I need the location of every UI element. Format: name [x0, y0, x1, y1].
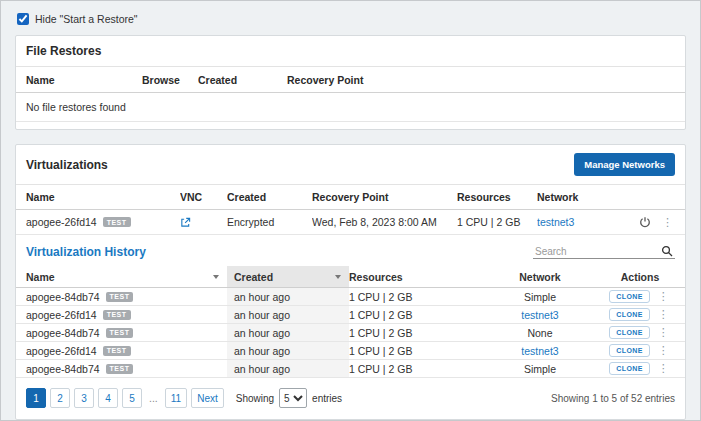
pagination-bar: 1 2 3 4 5 ... 11 Next Showing 5 entries …	[16, 378, 685, 419]
history-resources: 1 CPU | 2 GB	[349, 306, 475, 323]
vm-name: apogee-26fd14	[26, 309, 97, 321]
column-header-name: Name	[26, 185, 180, 209]
column-header-resources: Resources	[457, 185, 537, 209]
history-column-headers: Name Created Resources Network Actions	[16, 266, 685, 288]
history-network[interactable]: testnet3	[521, 309, 558, 321]
clone-button[interactable]: CLONE	[609, 308, 650, 321]
column-header-resources: Resources	[349, 266, 475, 287]
kebab-menu-icon[interactable]	[660, 217, 675, 228]
pagination-ellipsis: ...	[146, 392, 161, 404]
column-header-vnc: VNC	[180, 185, 227, 209]
column-header-created-label: Created	[234, 271, 273, 283]
search-input[interactable]	[535, 246, 661, 257]
test-badge: TEST	[106, 364, 134, 374]
history-created: an hour ago	[227, 306, 349, 323]
history-resources: 1 CPU | 2 GB	[349, 288, 475, 305]
column-header-created: Created	[198, 67, 287, 92]
page-size-select[interactable]: 5	[279, 388, 307, 408]
kebab-menu-icon[interactable]	[656, 309, 671, 320]
page-button-3[interactable]: 3	[74, 388, 94, 408]
virtualizations-card: Virtualizations Manage Networks Name VNC…	[15, 144, 686, 420]
history-created: an hour ago	[227, 324, 349, 341]
column-header-network: Network	[475, 266, 605, 287]
manage-networks-button[interactable]: Manage Networks	[574, 153, 675, 176]
vm-name: apogee-26fd14	[26, 216, 97, 228]
history-row: apogee-84db74 TEST an hour ago 1 CPU | 2…	[16, 324, 685, 342]
entries-label: entries	[312, 393, 342, 404]
history-table-body: apogee-84db74 TEST an hour ago 1 CPU | 2…	[16, 288, 685, 378]
page-button-11[interactable]: 11	[165, 388, 187, 408]
column-header-created[interactable]: Created	[227, 266, 349, 287]
test-badge: TEST	[103, 217, 131, 227]
power-icon[interactable]	[639, 216, 651, 228]
history-created: an hour ago	[227, 288, 349, 305]
file-restores-header: File Restores	[16, 36, 685, 67]
column-header-network: Network	[537, 185, 617, 209]
page-button-4[interactable]: 4	[98, 388, 118, 408]
test-badge: TEST	[106, 328, 134, 338]
kebab-menu-icon[interactable]	[656, 363, 671, 374]
vm-name: apogee-84db74	[26, 363, 100, 375]
search-box	[533, 244, 675, 259]
history-row: apogee-84db74 TEST an hour ago 1 CPU | 2…	[16, 288, 685, 306]
column-header-name[interactable]: Name	[26, 266, 227, 287]
column-header-created: Created	[227, 185, 312, 209]
page-button-5[interactable]: 5	[122, 388, 142, 408]
pagination-summary: Showing 1 to 5 of 52 entries	[551, 393, 675, 404]
history-network[interactable]: Simple	[524, 291, 556, 303]
clone-button[interactable]: CLONE	[609, 362, 650, 375]
file-restores-card: File Restores Name Browse Created Recove…	[15, 35, 686, 130]
history-resources: 1 CPU | 2 GB	[349, 324, 475, 341]
test-badge: TEST	[106, 292, 134, 302]
history-network[interactable]: Simple	[524, 363, 556, 375]
vnc-external-link-icon[interactable]	[180, 217, 191, 228]
vm-resources: 1 CPU | 2 GB	[457, 210, 537, 234]
history-created: an hour ago	[227, 342, 349, 359]
file-restores-title: File Restores	[26, 44, 101, 58]
page-button-1[interactable]: 1	[26, 388, 46, 408]
virtualizations-title: Virtualizations	[26, 158, 108, 172]
clone-button[interactable]: CLONE	[609, 344, 650, 357]
column-header-name: Name	[26, 67, 142, 92]
hide-restore-checkbox[interactable]	[17, 13, 29, 25]
clone-button[interactable]: CLONE	[609, 290, 650, 303]
kebab-menu-icon[interactable]	[656, 345, 671, 356]
vm-name: apogee-84db74	[26, 327, 100, 339]
history-network[interactable]: None	[527, 327, 552, 339]
vm-name: apogee-26fd14	[26, 345, 97, 357]
virtualization-history-header: Virtualization History	[16, 235, 685, 266]
history-row: apogee-26fd14 TEST an hour ago 1 CPU | 2…	[16, 342, 685, 360]
clone-button[interactable]: CLONE	[609, 326, 650, 339]
file-restores-empty-message: No file restores found	[16, 93, 685, 122]
page: Hide "Start a Restore" File Restores Nam…	[1, 1, 700, 421]
virtualization-row: apogee-26fd14 TEST Encrypted Wed, Feb 8,…	[16, 210, 685, 235]
search-icon[interactable]	[661, 245, 673, 257]
column-header-actions: Actions	[605, 266, 675, 287]
vm-network-link[interactable]: testnet3	[537, 216, 574, 228]
hide-restore-label: Hide "Start a Restore"	[35, 13, 138, 25]
next-page-button[interactable]: Next	[191, 388, 224, 408]
virtualizations-column-headers: Name VNC Created Recovery Point Resource…	[16, 185, 685, 210]
page-button-2[interactable]: 2	[50, 388, 70, 408]
kebab-menu-icon[interactable]	[656, 291, 671, 302]
hide-restore-row: Hide "Start a Restore"	[17, 13, 686, 25]
sort-caret-icon	[335, 275, 341, 279]
column-header-recovery-point: Recovery Point	[287, 67, 675, 92]
column-header-recovery-point: Recovery Point	[312, 185, 457, 209]
sort-caret-icon	[213, 275, 219, 279]
virtualization-history-title: Virtualization History	[26, 245, 146, 259]
file-restores-column-headers: Name Browse Created Recovery Point	[16, 67, 685, 93]
kebab-menu-icon[interactable]	[656, 327, 671, 338]
history-resources: 1 CPU | 2 GB	[349, 342, 475, 359]
history-row: apogee-26fd14 TEST an hour ago 1 CPU | 2…	[16, 306, 685, 324]
vm-name: apogee-84db74	[26, 291, 100, 303]
showing-label: Showing	[236, 393, 274, 404]
history-network[interactable]: testnet3	[521, 345, 558, 357]
vm-recovery-point: Wed, Feb 8, 2023 8:00 AM	[312, 210, 457, 234]
test-badge: TEST	[103, 346, 131, 356]
history-resources: 1 CPU | 2 GB	[349, 360, 475, 377]
history-row: apogee-84db74 TEST an hour ago 1 CPU | 2…	[16, 360, 685, 378]
vm-created: Encrypted	[227, 210, 312, 234]
history-created: an hour ago	[227, 360, 349, 377]
test-badge: TEST	[103, 310, 131, 320]
